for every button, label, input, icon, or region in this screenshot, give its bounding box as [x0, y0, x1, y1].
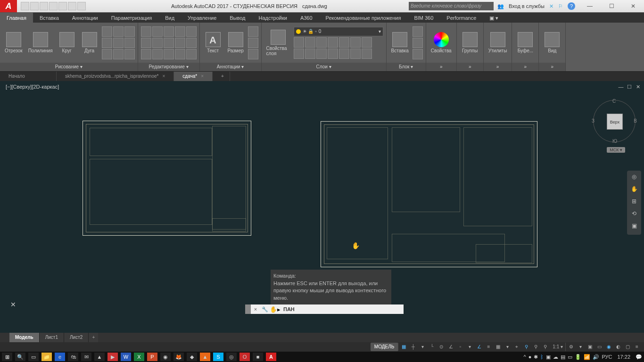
tab-addins[interactable]: Надстройки: [252, 13, 294, 23]
annotation-icon[interactable]: ⚲: [522, 343, 530, 351]
circle-button[interactable]: Круг: [57, 31, 77, 54]
compass-ring[interactable]: С Ю В З Верх: [593, 100, 636, 142]
layer-tool-icon[interactable]: [328, 49, 338, 59]
ortho-icon[interactable]: └: [428, 343, 436, 351]
qat-open-icon[interactable]: [30, 2, 39, 10]
video-icon[interactable]: ▶: [107, 353, 118, 361]
modify-tool-icon[interactable]: [152, 38, 163, 48]
chevron-down-icon[interactable]: ▾: [418, 343, 427, 351]
app-logo[interactable]: A: [0, 0, 17, 12]
layer-tool-icon[interactable]: [305, 49, 315, 59]
social-icon[interactable]: ⚐: [558, 3, 563, 9]
command-line[interactable]: × 🔧 ✋▸ ПАН: [245, 304, 404, 314]
mail-icon[interactable]: ✉: [81, 353, 91, 361]
osnap-icon[interactable]: ▫: [456, 343, 464, 351]
wifi-icon[interactable]: 📶: [584, 354, 590, 360]
annot-tool-icon[interactable]: [248, 38, 258, 48]
tab-output[interactable]: Вывод: [223, 13, 252, 23]
layer-tool-icon[interactable]: [350, 49, 361, 59]
modify-tool-icon[interactable]: [175, 26, 185, 37]
block-tool-icon[interactable]: [413, 38, 423, 48]
chevron-down-icon[interactable]: ▾: [465, 343, 474, 351]
tray-icon[interactable]: ▣: [546, 354, 551, 360]
modify-tool-icon[interactable]: [152, 26, 163, 37]
qat-redo-icon[interactable]: [77, 2, 86, 10]
grid-icon[interactable]: ▦: [399, 343, 408, 351]
tray-up-icon[interactable]: ^: [524, 354, 526, 360]
isodraft-icon[interactable]: ∠: [446, 343, 455, 351]
lineweight-icon[interactable]: ≡: [484, 343, 493, 351]
modify-tool-icon[interactable]: [141, 49, 151, 59]
viewcube[interactable]: С Ю В З Верх: [593, 100, 636, 142]
scale-dropdown[interactable]: 1:1 ▾: [550, 343, 566, 351]
volume-icon[interactable]: 🔊: [593, 354, 599, 360]
signin-button[interactable]: Вход в службы: [509, 3, 545, 9]
modify-tool-icon[interactable]: [141, 38, 151, 48]
layer-properties-button[interactable]: Свойства слоя: [264, 29, 292, 57]
clock[interactable]: 17:22: [614, 354, 633, 360]
tab-parametric[interactable]: Параметризация: [105, 13, 158, 23]
tray-icon[interactable]: ▭: [568, 354, 572, 360]
draw-tool-icon[interactable]: [124, 26, 135, 37]
panel-modify-title[interactable]: Редактирование ▾: [138, 63, 199, 71]
maximize-button[interactable]: ☐: [601, 0, 622, 12]
app-icon[interactable]: ◆: [187, 353, 197, 361]
polar-icon[interactable]: ⊙: [437, 343, 446, 351]
panel-annot-title[interactable]: Аннотации ▾: [200, 63, 261, 71]
model-tab[interactable]: Модель: [9, 333, 40, 342]
powerpoint-icon[interactable]: P: [147, 353, 157, 361]
modify-tool-icon[interactable]: [141, 26, 151, 37]
doc-tab-2[interactable]: сдача*×: [174, 72, 213, 81]
groups-button[interactable]: Группы: [460, 31, 480, 54]
word-icon[interactable]: W: [121, 353, 131, 361]
viewcube-top-face[interactable]: Верх: [607, 114, 623, 130]
annot-tool-icon[interactable]: [248, 26, 258, 37]
start-button[interactable]: ⊞: [2, 353, 12, 361]
tab-performance[interactable]: Performance: [440, 13, 483, 23]
chevron-down-icon[interactable]: ▾: [503, 343, 512, 351]
ucs-close-icon[interactable]: ✕: [10, 301, 16, 308]
draw-tool-icon[interactable]: [102, 49, 112, 59]
annot-tool-icon[interactable]: [248, 49, 258, 59]
layer-tool-icon[interactable]: [350, 37, 361, 48]
transparency-icon[interactable]: ▦: [494, 343, 502, 351]
close-icon[interactable]: ×: [162, 74, 165, 79]
layer-tool-icon[interactable]: [316, 37, 327, 48]
layout-tab-1[interactable]: Лист1: [40, 333, 64, 342]
polyline-button[interactable]: Полилиния: [26, 31, 55, 54]
add-layout-button[interactable]: +: [89, 333, 98, 342]
bluetooth-icon[interactable]: ᛒ: [540, 354, 544, 360]
layer-tool-icon[interactable]: [294, 49, 304, 59]
line-button[interactable]: Отрезок: [3, 31, 25, 54]
panel-block-title[interactable]: Блок ▾: [387, 63, 426, 71]
wcs-dropdown[interactable]: МСК ▾: [607, 147, 625, 153]
panel-props-title[interactable]: »: [426, 63, 456, 71]
layer-tool-icon[interactable]: [305, 37, 315, 48]
workspace-icon[interactable]: ▣: [586, 343, 594, 351]
arc-button[interactable]: Дуга: [79, 31, 100, 54]
block-tool-icon[interactable]: [413, 49, 423, 59]
layer-tool-icon[interactable]: [362, 49, 372, 59]
qat-undo-icon[interactable]: [68, 2, 76, 10]
snap-icon[interactable]: ┼: [409, 343, 417, 351]
tab-annotate[interactable]: Аннотации: [66, 13, 105, 23]
model-space-button[interactable]: МОДЕЛЬ: [371, 343, 398, 351]
minimize-button[interactable]: —: [579, 0, 601, 12]
layer-tool-icon[interactable]: [362, 37, 372, 48]
qat-plot-icon[interactable]: [58, 2, 67, 10]
zoom-extents-icon[interactable]: ⊞: [629, 198, 639, 207]
vlc-icon[interactable]: ▲: [200, 353, 210, 361]
tray-icon[interactable]: ✱: [534, 354, 538, 360]
modify-tool-icon[interactable]: [186, 49, 197, 59]
orbit-icon[interactable]: ⟲: [629, 210, 639, 220]
search-input[interactable]: Введите ключевое слово/фразу: [409, 2, 494, 10]
modify-tool-icon[interactable]: [175, 49, 185, 59]
tab-view[interactable]: Вид: [158, 13, 181, 23]
panel-view-title[interactable]: »: [539, 63, 565, 71]
clipboard-button[interactable]: Буфе...: [515, 31, 536, 54]
skype-icon[interactable]: S: [213, 353, 223, 361]
wrench-icon[interactable]: 🔧: [260, 306, 270, 313]
store-icon[interactable]: 🛍: [68, 353, 78, 361]
draw-tool-icon[interactable]: [124, 49, 135, 59]
vp-minimize-icon[interactable]: —: [618, 84, 624, 90]
